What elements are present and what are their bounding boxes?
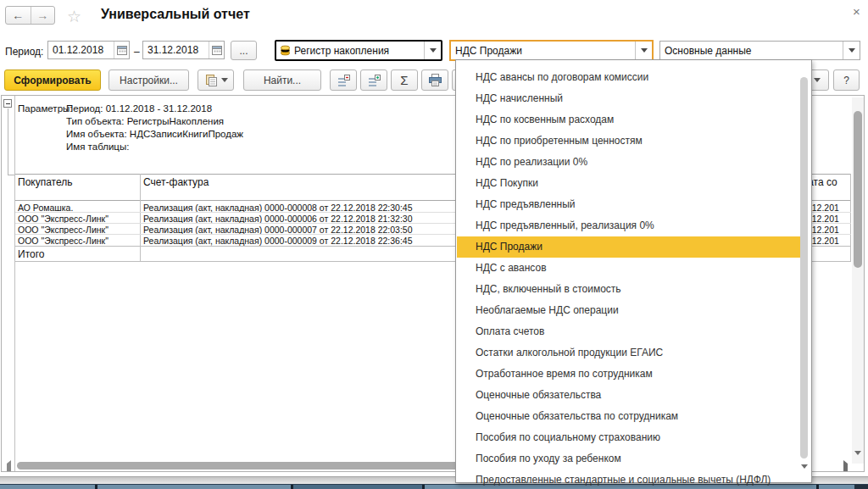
object-name-combo[interactable]: НДС Продажи [449,40,654,61]
scroll-left-icon[interactable] [7,464,11,472]
object-type-value[interactable]: Регистр накопления [293,42,424,59]
object-type-combo[interactable]: Регистр накопления [275,40,442,61]
param-line: Имя объекта: НДСЗаписиКнигиПродаж [66,129,243,139]
dropdown-item-selected[interactable]: НДС Продажи [457,236,800,258]
sigma-icon: Σ [400,73,408,87]
expand-groups-button[interactable] [360,69,387,91]
dropdown-item[interactable]: Оплата счетов [457,321,800,342]
dropdown-item[interactable]: НДС авансы по договорам комиссии [457,67,800,88]
favorite-star-icon[interactable]: ☆ [67,7,81,26]
date-to-value[interactable]: 31.12.2018 [143,42,209,58]
dropdown-item[interactable]: Предоставленные стандартные и социальные… [457,470,800,489]
dropdown-item[interactable]: Пособия по социальному страхованию [457,427,800,448]
chevron-down-icon[interactable] [843,42,860,59]
history-nav-group: ← → [5,6,55,25]
scroll-down-icon[interactable] [854,455,861,470]
forward-button[interactable]: → [31,7,55,24]
column-header-invoice: Счет-фактура [143,176,209,188]
dropdown-item[interactable]: Пособия по уходу за ребенком [457,448,800,470]
dropdown-item[interactable]: НДС по приобретенным ценностям [457,131,800,152]
register-coins-icon [276,42,293,59]
dropdown-scrollbar-thumb[interactable] [800,77,808,458]
print-button[interactable] [421,69,448,91]
table-name-value[interactable]: Основные данные [660,42,843,59]
object-name-value[interactable]: НДС Продажи [451,42,635,59]
expand-groups-icon [367,74,381,87]
settings-button[interactable]: Настройки... [108,69,189,91]
param-line: Период: 01.12.2018 - 31.12.2018 [66,103,212,114]
page-title: Универсальный отчет [101,7,250,22]
app-window: ← → ☆ Универсальный отчет × Период: 01.1… [0,0,868,489]
chevron-down-icon[interactable] [424,42,441,59]
collapse-group-toggle[interactable] [3,99,12,108]
group-margin-divider [14,96,15,471]
printer-icon [428,74,442,86]
period-label: Период: [5,46,43,58]
dropdown-item[interactable]: НДС с авансов [457,258,800,279]
generate-button[interactable]: Сформировать [4,69,101,91]
cell-buyer: ООО "Экспресс-Линк" [18,236,108,246]
dropdown-item[interactable]: Необлагаемые НДС операции [457,300,800,321]
sum-button[interactable]: Σ [391,69,418,91]
report-variant-icon [204,74,218,87]
vertical-scrollbar-thumb[interactable] [854,111,862,268]
param-line: Имя таблицы: [66,142,129,152]
params-label: Параметры: [18,103,73,114]
dropdown-item[interactable]: НДС Покупки [457,173,800,194]
help-label: ? [843,75,849,86]
dropdown-item[interactable]: НДС предъявленный [457,194,800,215]
collapse-groups-icon [337,74,350,87]
generate-label: Сформировать [14,75,91,86]
date-to-field[interactable]: 31.12.2018 [142,41,225,59]
group-bracket-line [8,108,8,175]
back-button[interactable]: ← [6,7,31,24]
dropdown-item[interactable]: Отработанное время по сотрудникам [457,364,800,385]
dropdown-item[interactable]: НДС, включенный в стоимость [457,279,800,300]
dropdown-item[interactable]: НДС начисленный [457,88,800,109]
forward-arrow-icon: → [36,8,48,22]
find-label: Найти... [264,75,301,86]
table-name-combo[interactable]: Основные данные [659,41,860,60]
dropdown-item[interactable]: НДС по реализации 0% [457,152,800,173]
chevron-down-icon [814,78,821,82]
total-row-label: Итого [18,248,44,260]
scroll-right-icon[interactable] [843,464,848,472]
settings-label: Настройки... [120,75,178,86]
param-line: Тип объекта: РегистрыНакопления [66,116,224,126]
period-more-button[interactable]: ... [231,41,257,60]
date-from-field[interactable]: 01.12.2018 [47,41,130,59]
dropdown-item[interactable]: Остатки алкогольной продукции ЕГАИС [457,342,800,364]
object-name-dropdown: НДС авансы по договорам комиссии НДС нач… [455,59,812,483]
column-divider [850,174,851,261]
ellipsis-label: ... [239,45,248,57]
close-icon[interactable]: × [853,4,860,19]
column-header-buyer: Покупатель [18,176,72,188]
help-button[interactable]: ? [833,69,860,91]
back-arrow-icon: ← [12,8,24,22]
find-button[interactable]: Найти... [243,69,321,91]
chevron-down-icon [221,78,228,82]
report-variant-button[interactable] [198,69,234,91]
calendar-icon[interactable] [114,42,129,58]
dropdown-item[interactable]: Оценочные обязательства по сотрудникам [457,406,800,427]
collapse-groups-button[interactable] [330,69,357,91]
dropdown-item[interactable]: НДС по косвенным расходам [457,109,800,131]
group-bracket-tick [8,175,14,175]
chevron-down-icon[interactable] [635,42,652,59]
scroll-down-icon[interactable] [801,469,808,484]
cell-invoice: Реализация (акт, накладная) 0000-000009 … [143,236,413,246]
calendar-icon[interactable] [209,42,224,58]
column-divider [140,174,141,261]
dropdown-item[interactable]: НДС предъявленный, реализация 0% [457,215,800,236]
date-from-value[interactable]: 01.12.2018 [48,42,114,58]
date-range-dash: – [134,46,140,58]
dropdown-item[interactable]: Оценочные обязательства [457,385,800,406]
